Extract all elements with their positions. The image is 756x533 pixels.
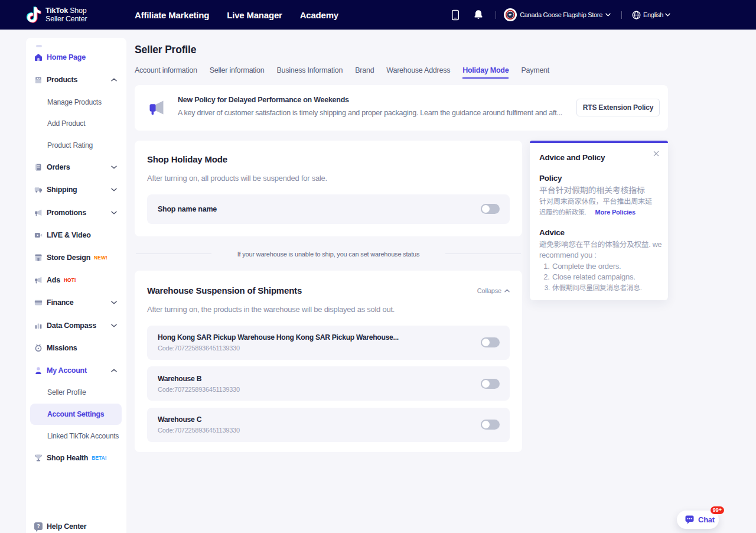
announcement-banner: New Policy for Delayed Performance on We… bbox=[135, 85, 668, 131]
divider-note: If your warehouse is unable to ship, you… bbox=[237, 251, 420, 258]
credit-card-icon bbox=[34, 298, 43, 307]
warehouse-code: Code:7072258936451139330 bbox=[158, 385, 469, 394]
home-icon bbox=[34, 53, 43, 61]
sidebar-item-live-video[interactable]: LIVE & Video bbox=[26, 224, 126, 246]
tab-business-information[interactable]: Business Information bbox=[277, 66, 343, 79]
trophy-icon bbox=[34, 454, 43, 462]
warehouse-info: Warehouse B Code:7072258936451139330 bbox=[158, 373, 481, 394]
sidebar-item-seller-profile[interactable]: Seller Profile bbox=[26, 382, 126, 404]
shop-toggle-row: Shop name name bbox=[147, 194, 510, 224]
sidebar-item-add-product[interactable]: Add Product bbox=[26, 113, 126, 135]
tab-seller-information[interactable]: Seller information bbox=[210, 66, 265, 79]
medal-icon bbox=[34, 344, 43, 352]
chat-unread-badge: 99+ bbox=[711, 506, 724, 514]
sidebar-item-promotions[interactable]: Promotions bbox=[26, 202, 126, 224]
policy-heading: Policy bbox=[539, 173, 659, 183]
sidebar-item-ads[interactable]: Ads HOT! bbox=[26, 269, 126, 291]
close-icon[interactable] bbox=[652, 150, 660, 158]
shop-holiday-mode-title: Shop Holiday Mode bbox=[147, 154, 510, 165]
sidebar-item-orders[interactable]: Orders bbox=[26, 156, 126, 178]
sidebar-item-manage-products[interactable]: Manage Products bbox=[26, 91, 126, 113]
sidebar: Home Page Products Manage Products Add P… bbox=[26, 38, 126, 533]
nav-live-manager[interactable]: Live Manager bbox=[227, 10, 282, 20]
warehouse-code: Code:7072258936451139330 bbox=[158, 425, 469, 435]
sidebar-item-data-compass[interactable]: Data Compass bbox=[26, 314, 126, 336]
sidebar-item-help-center[interactable]: ? Help Center bbox=[26, 519, 126, 533]
sidebar-item-product-rating[interactable]: Product Rating bbox=[26, 135, 126, 157]
rts-extension-policy-button[interactable]: RTS Extension Policy bbox=[576, 99, 660, 116]
sidebar-item-home-page[interactable]: Home Page bbox=[26, 46, 126, 69]
shop-holiday-toggle[interactable] bbox=[481, 204, 500, 214]
advice-heading: Advice bbox=[539, 228, 659, 238]
collapse-button[interactable]: Collapse bbox=[477, 287, 510, 294]
orders-icon bbox=[34, 163, 43, 171]
chat-bubble-icon bbox=[685, 515, 695, 525]
chevron-up-icon bbox=[111, 78, 117, 82]
chevron-down-icon bbox=[111, 301, 117, 304]
more-policies-link[interactable]: More Policies bbox=[595, 209, 636, 216]
chevron-down-icon bbox=[111, 211, 117, 214]
divider-line bbox=[136, 254, 211, 254]
shopping-bag-icon bbox=[34, 76, 43, 84]
nav-divider bbox=[496, 11, 496, 19]
person-icon bbox=[34, 366, 43, 375]
store-selector[interactable]: Canada Goose Flagship Store bbox=[520, 11, 602, 18]
announcement-texts: New Policy for Delayed Performance on We… bbox=[178, 95, 562, 118]
hot-badge: HOT! bbox=[64, 277, 76, 283]
tab-account-information[interactable]: Account information bbox=[135, 66, 197, 79]
warehouse-toggle[interactable] bbox=[481, 379, 500, 389]
tiktok-shop-logo[interactable]: TikTok Shop Seller Center bbox=[26, 6, 87, 24]
chevron-up-icon bbox=[111, 369, 117, 372]
warehouse-row: Hong Kong SAR Pickup Warehouse Hong Kong… bbox=[147, 326, 510, 360]
page-title: Seller Profile bbox=[135, 44, 196, 56]
language-selector[interactable]: English bbox=[643, 11, 663, 18]
chat-label: Chat bbox=[698, 515, 715, 524]
tab-brand[interactable]: Brand bbox=[355, 66, 374, 79]
tab-holiday-mode[interactable]: Holiday Mode bbox=[462, 66, 509, 79]
sidebar-item-missions[interactable]: Missions bbox=[26, 337, 126, 359]
notifications-bell-icon[interactable] bbox=[472, 9, 484, 20]
nav-affiliate-marketing[interactable]: Affiliate Marketing bbox=[135, 10, 209, 20]
logo-text: TikTok Shop Seller Center bbox=[45, 6, 87, 23]
globe-icon bbox=[632, 11, 641, 20]
sidebar-item-shipping[interactable]: Shipping bbox=[26, 178, 126, 201]
advice-text: 避免影响您在平台的体验分及权益. werecommend you : bbox=[539, 239, 659, 261]
shop-holiday-mode-card: Shop Holiday Mode After turning on, all … bbox=[135, 141, 522, 236]
panel-content: Advice and Policy Policy 平台针对假期的相关考核指标针对… bbox=[530, 143, 668, 294]
policy-text: 平台针对假期的相关考核指标针对周末商家休假，平台推出周末延迟履约的新政策. Mo… bbox=[539, 185, 659, 217]
sidebar-item-linked-tiktok-accounts[interactable]: Linked TikTok Accounts bbox=[26, 425, 126, 447]
shop-holiday-mode-subtitle: After turning on, all products will be s… bbox=[147, 173, 510, 184]
mobile-app-icon[interactable] bbox=[449, 9, 461, 21]
sidebar-item-my-account[interactable]: My Account bbox=[26, 359, 126, 382]
sidebar-item-products[interactable]: Products bbox=[26, 69, 126, 91]
advice-list-item: Close related campaigns. bbox=[552, 272, 659, 282]
sidebar-item-finance[interactable]: Finance bbox=[26, 291, 126, 314]
megaphone-icon bbox=[34, 276, 43, 284]
store-chevron-down-icon[interactable] bbox=[605, 13, 611, 17]
tab-warehouse-address[interactable]: Warehouse Address bbox=[386, 66, 450, 79]
warehouse-suspension-card: Warehouse Suspension of Shipments Collap… bbox=[135, 271, 522, 452]
warehouse-status-divider: If your warehouse is unable to ship, you… bbox=[135, 249, 522, 259]
chevron-down-icon bbox=[111, 324, 117, 327]
warehouse-row: Warehouse B Code:7072258936451139330 bbox=[147, 366, 510, 401]
sidebar-item-store-design[interactable]: Store Design NEW! bbox=[26, 246, 126, 269]
warehouse-toggle[interactable] bbox=[481, 337, 500, 347]
chevron-down-icon bbox=[111, 165, 117, 169]
announcement-megaphone-icon bbox=[149, 100, 165, 118]
warehouse-rows: Hong Kong SAR Pickup Warehouse Hong Kong… bbox=[147, 326, 510, 442]
tiktok-note-icon bbox=[26, 6, 42, 24]
warehouse-toggle[interactable] bbox=[481, 420, 500, 430]
advice-list-item: Complete the orders. bbox=[552, 261, 659, 272]
warehouse-card-header: Warehouse Suspension of Shipments Collap… bbox=[147, 284, 510, 297]
panel-title: Advice and Policy bbox=[539, 152, 659, 163]
warehouse-info: Hong Kong SAR Pickup Warehouse Hong Kong… bbox=[158, 332, 481, 353]
language-chevron-down-icon[interactable] bbox=[665, 13, 670, 17]
nav-academy[interactable]: Academy bbox=[300, 10, 338, 20]
sidebar-item-account-settings[interactable]: Account Settings bbox=[26, 404, 126, 425]
warehouse-card-subtitle: After turning on, the products in the wa… bbox=[147, 304, 510, 316]
tab-payment[interactable]: Payment bbox=[521, 66, 549, 79]
divider-line bbox=[445, 254, 521, 254]
warehouse-name: Warehouse B bbox=[158, 373, 469, 384]
sidebar-item-shop-health[interactable]: Shop Health BETA! bbox=[26, 447, 126, 469]
announcement-description: A key driver of customer satisfaction is… bbox=[178, 108, 562, 118]
